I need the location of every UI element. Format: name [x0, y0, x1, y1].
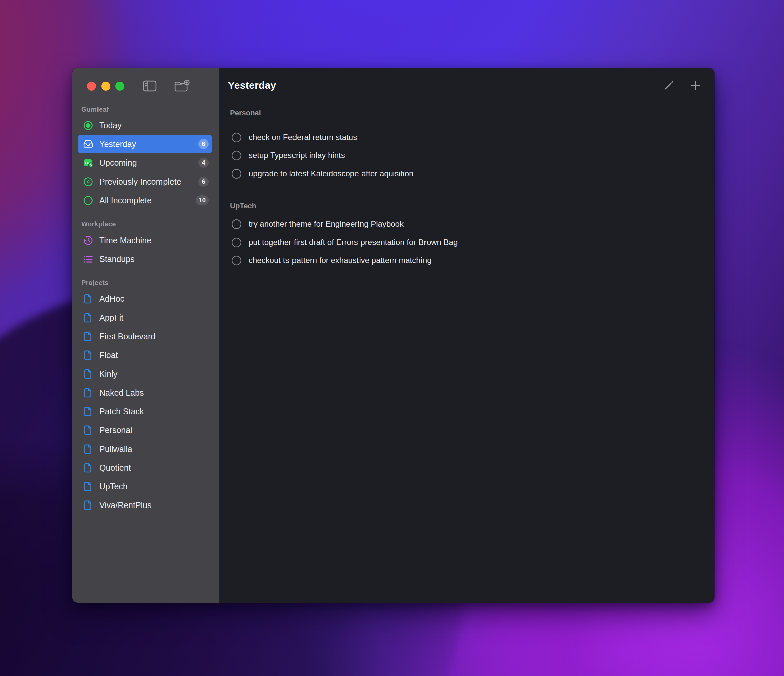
sidebar-item-viva-rentplus[interactable]: Viva/RentPlus — [78, 496, 212, 514]
plus-icon — [689, 79, 702, 92]
circle-outline-icon — [83, 195, 94, 206]
pencil-icon — [663, 79, 675, 92]
task-label: put together first draft of Errors prese… — [249, 238, 458, 247]
sidebar-toggle-button[interactable] — [143, 79, 157, 93]
edit-button[interactable] — [663, 79, 675, 92]
calendar-clock-icon — [83, 157, 94, 168]
task-checkbox[interactable] — [231, 219, 241, 230]
sidebar-item-label: Patch Stack — [99, 407, 144, 416]
sidebar-item-personal[interactable]: Personal — [78, 421, 212, 440]
sidebar: GumleafTodayYesterday6Upcoming4Previousl… — [72, 68, 219, 603]
sidebar-item-label: Today — [99, 121, 121, 130]
group-header: UpTech — [219, 202, 714, 210]
sidebar-item-label: Time Machine — [99, 236, 151, 245]
count-badge: 6 — [198, 177, 209, 186]
file-icon — [83, 425, 94, 436]
task-checkbox[interactable] — [231, 168, 241, 179]
sidebar-item-label: Standups — [99, 254, 135, 264]
sidebar-item-time-machine[interactable]: Time Machine — [78, 231, 212, 250]
sidebar-section-workplace: WorkplaceTime MachineStandups — [72, 219, 219, 268]
sidebar-section-header: Projects — [72, 278, 219, 288]
sidebar-item-appfit[interactable]: AppFit — [78, 308, 212, 327]
task-groups: Personalcheck on Federal return statusse… — [219, 95, 714, 269]
sidebar-item-all-incomplete[interactable]: All Incomplete10 — [78, 191, 212, 210]
task-group-uptech: UpTechtry another theme for Engineering … — [219, 202, 714, 269]
file-icon — [83, 312, 94, 323]
sidebar-section-header: Gumleaf — [72, 104, 219, 114]
list-bullets-icon — [83, 253, 94, 265]
count-badge: 4 — [198, 158, 209, 168]
zoom-button[interactable] — [115, 82, 124, 91]
sidebar-item-label: Viva/RentPlus — [99, 500, 152, 510]
sidebar-nav: GumleafTodayYesterday6Upcoming4Previousl… — [72, 104, 219, 603]
task-label: checkout ts-pattern for exhaustive patte… — [249, 256, 431, 265]
task-row[interactable]: checkout ts-pattern for exhaustive patte… — [219, 251, 714, 269]
count-badge: 10 — [196, 195, 209, 205]
sidebar-toggle-icon — [143, 79, 157, 93]
sidebar-item-previously-incomplete[interactable]: Previously Incomplete6 — [78, 172, 212, 191]
sidebar-section-projects: ProjectsAdHocAppFitFirst BoulevardFloatK… — [72, 278, 219, 514]
task-group-personal: Personalcheck on Federal return statusse… — [219, 109, 714, 183]
sidebar-item-yesterday[interactable]: Yesterday6 — [78, 135, 212, 154]
sidebar-item-kinly[interactable]: Kinly — [78, 364, 212, 383]
sidebar-item-quotient[interactable]: Quotient — [78, 458, 212, 477]
task-row[interactable]: try another theme for Engineering Playbo… — [219, 215, 714, 233]
file-icon — [83, 387, 94, 398]
sidebar-item-label: UpTech — [99, 482, 128, 491]
task-checkbox[interactable] — [231, 151, 241, 161]
sidebar-item-adhoc[interactable]: AdHoc — [78, 289, 212, 308]
task-label: check on Federal return status — [249, 133, 357, 142]
task-label: upgrade to latest Kaleidoscope after aqu… — [249, 169, 414, 178]
clock-history-icon — [83, 235, 94, 246]
sidebar-item-label: AppFit — [99, 313, 123, 323]
sidebar-item-naked-labs[interactable]: Naked Labs — [78, 383, 212, 402]
sidebar-item-label: Previously Incomplete — [99, 177, 181, 186]
sidebar-item-label: Yesterday — [99, 139, 136, 149]
task-row[interactable]: check on Federal return status — [219, 128, 714, 146]
page-title: Yesterday — [228, 80, 276, 91]
file-icon — [83, 481, 94, 492]
task-row[interactable]: setup Typescript inlay hints — [219, 146, 714, 165]
sidebar-item-upcoming[interactable]: Upcoming4 — [78, 154, 212, 172]
close-button[interactable] — [87, 82, 96, 91]
sidebar-item-uptech[interactable]: UpTech — [78, 477, 212, 496]
sidebar-item-label: Quotient — [99, 463, 131, 472]
app-window: GumleafTodayYesterday6Upcoming4Previousl… — [72, 68, 714, 603]
sidebar-item-first-boulevard[interactable]: First Boulevard — [78, 327, 212, 346]
task-checkbox[interactable] — [231, 132, 241, 143]
task-label: setup Typescript inlay hints — [249, 151, 345, 160]
arrow-circle-left-icon — [83, 176, 94, 187]
add-button[interactable] — [689, 79, 702, 92]
sidebar-item-float[interactable]: Float — [78, 346, 212, 364]
new-folder-icon — [174, 79, 190, 93]
sidebar-item-today[interactable]: Today — [78, 116, 212, 135]
task-row[interactable]: put together first draft of Errors prese… — [219, 233, 714, 251]
file-icon — [83, 443, 94, 455]
sidebar-item-label: First Boulevard — [99, 332, 156, 341]
sidebar-item-label: Upcoming — [99, 158, 137, 168]
task-checkbox[interactable] — [231, 255, 241, 266]
sidebar-item-label: Kinly — [99, 369, 117, 379]
minimize-button[interactable] — [101, 82, 110, 91]
sidebar-item-label: Float — [99, 350, 118, 360]
file-icon — [83, 350, 94, 361]
task-checkbox[interactable] — [231, 237, 241, 247]
new-folder-button[interactable] — [174, 79, 190, 93]
sidebar-item-pullwalla[interactable]: Pullwalla — [78, 440, 212, 458]
sidebar-item-label: Pullwalla — [99, 444, 132, 454]
circle-filled-icon — [83, 120, 94, 131]
count-badge: 6 — [198, 139, 209, 149]
file-icon — [83, 406, 94, 417]
sidebar-item-label: All Incomplete — [99, 196, 152, 205]
task-row[interactable]: upgrade to latest Kaleidoscope after aqu… — [219, 165, 714, 183]
content-header: Yesterday — [219, 76, 714, 95]
task-label: try another theme for Engineering Playbo… — [249, 219, 404, 229]
main-content: Yesterday — [219, 68, 714, 603]
sidebar-section-gumleaf: GumleafTodayYesterday6Upcoming4Previousl… — [72, 104, 219, 210]
sidebar-item-patch-stack[interactable]: Patch Stack — [78, 402, 212, 421]
file-icon — [83, 368, 94, 379]
file-icon — [83, 294, 94, 305]
sidebar-item-standups[interactable]: Standups — [78, 250, 212, 268]
titlebar — [72, 68, 219, 104]
group-header: Personal — [219, 109, 714, 117]
